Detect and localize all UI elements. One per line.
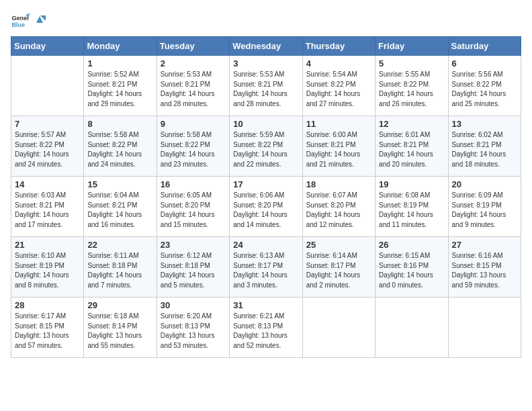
calendar-cell: 2Sunrise: 5:53 AM Sunset: 8:21 PM Daylig… bbox=[157, 56, 229, 116]
day-info: Sunrise: 6:13 AM Sunset: 8:17 PM Dayligh… bbox=[233, 251, 298, 290]
day-info: Sunrise: 5:54 AM Sunset: 8:22 PM Dayligh… bbox=[306, 70, 371, 109]
day-number: 8 bbox=[87, 119, 152, 129]
calendar-cell: 21Sunrise: 6:10 AM Sunset: 8:19 PM Dayli… bbox=[11, 237, 84, 298]
calendar-cell bbox=[448, 298, 521, 358]
day-number: 25 bbox=[306, 240, 371, 250]
calendar-cell bbox=[375, 298, 448, 358]
calendar-table: SundayMondayTuesdayWednesdayThursdayFrid… bbox=[11, 36, 521, 358]
calendar-cell: 17Sunrise: 6:06 AM Sunset: 8:20 PM Dayli… bbox=[230, 177, 302, 237]
week-row-5: 28Sunrise: 6:17 AM Sunset: 8:15 PM Dayli… bbox=[11, 298, 521, 358]
calendar-cell: 27Sunrise: 6:16 AM Sunset: 8:15 PM Dayli… bbox=[448, 237, 521, 298]
day-info: Sunrise: 6:10 AM Sunset: 8:19 PM Dayligh… bbox=[15, 251, 80, 290]
day-number: 27 bbox=[452, 240, 517, 250]
col-header-thursday: Thursday bbox=[302, 37, 375, 56]
calendar-cell: 16Sunrise: 6:05 AM Sunset: 8:20 PM Dayli… bbox=[157, 177, 229, 237]
calendar-cell bbox=[11, 56, 84, 116]
day-info: Sunrise: 5:53 AM Sunset: 8:21 PM Dayligh… bbox=[161, 70, 226, 109]
calendar-cell: 19Sunrise: 6:08 AM Sunset: 8:19 PM Dayli… bbox=[375, 177, 448, 237]
calendar-cell: 28Sunrise: 6:17 AM Sunset: 8:15 PM Dayli… bbox=[11, 298, 84, 358]
day-number: 26 bbox=[379, 240, 444, 250]
day-info: Sunrise: 5:55 AM Sunset: 8:22 PM Dayligh… bbox=[379, 70, 444, 109]
day-number: 17 bbox=[233, 179, 298, 189]
calendar-cell: 18Sunrise: 6:07 AM Sunset: 8:20 PM Dayli… bbox=[302, 177, 375, 237]
day-info: Sunrise: 6:07 AM Sunset: 8:20 PM Dayligh… bbox=[306, 191, 371, 230]
day-number: 12 bbox=[379, 119, 444, 129]
col-header-saturday: Saturday bbox=[448, 37, 521, 56]
day-info: Sunrise: 6:02 AM Sunset: 8:21 PM Dayligh… bbox=[452, 130, 517, 169]
calendar-cell: 15Sunrise: 6:04 AM Sunset: 8:21 PM Dayli… bbox=[84, 177, 157, 237]
week-row-1: 1Sunrise: 5:52 AM Sunset: 8:21 PM Daylig… bbox=[11, 56, 521, 116]
day-number: 19 bbox=[379, 179, 444, 189]
day-info: Sunrise: 6:01 AM Sunset: 8:21 PM Dayligh… bbox=[379, 130, 444, 169]
calendar-cell: 7Sunrise: 5:57 AM Sunset: 8:22 PM Daylig… bbox=[11, 116, 84, 177]
week-row-4: 21Sunrise: 6:10 AM Sunset: 8:19 PM Dayli… bbox=[11, 237, 521, 298]
day-number: 4 bbox=[306, 58, 371, 68]
day-number: 5 bbox=[379, 58, 444, 68]
day-info: Sunrise: 6:12 AM Sunset: 8:18 PM Dayligh… bbox=[161, 251, 226, 290]
day-info: Sunrise: 5:58 AM Sunset: 8:22 PM Dayligh… bbox=[87, 130, 152, 169]
day-info: Sunrise: 6:17 AM Sunset: 8:15 PM Dayligh… bbox=[15, 312, 80, 351]
calendar-cell: 6Sunrise: 5:56 AM Sunset: 8:22 PM Daylig… bbox=[448, 56, 521, 116]
col-header-monday: Monday bbox=[84, 37, 157, 56]
calendar-cell: 20Sunrise: 6:09 AM Sunset: 8:19 PM Dayli… bbox=[448, 177, 521, 237]
day-info: Sunrise: 6:14 AM Sunset: 8:17 PM Dayligh… bbox=[306, 251, 371, 290]
day-info: Sunrise: 5:53 AM Sunset: 8:21 PM Dayligh… bbox=[233, 70, 298, 109]
day-number: 2 bbox=[161, 58, 226, 68]
calendar-cell: 31Sunrise: 6:21 AM Sunset: 8:13 PM Dayli… bbox=[230, 298, 302, 358]
calendar-cell: 13Sunrise: 6:02 AM Sunset: 8:21 PM Dayli… bbox=[448, 116, 521, 177]
day-info: Sunrise: 6:18 AM Sunset: 8:14 PM Dayligh… bbox=[87, 312, 152, 351]
day-info: Sunrise: 5:56 AM Sunset: 8:22 PM Dayligh… bbox=[452, 70, 517, 109]
calendar-cell: 1Sunrise: 5:52 AM Sunset: 8:21 PM Daylig… bbox=[84, 56, 157, 116]
calendar-cell: 8Sunrise: 5:58 AM Sunset: 8:22 PM Daylig… bbox=[84, 116, 157, 177]
week-row-2: 7Sunrise: 5:57 AM Sunset: 8:22 PM Daylig… bbox=[11, 116, 521, 177]
calendar-cell: 29Sunrise: 6:18 AM Sunset: 8:14 PM Dayli… bbox=[84, 298, 157, 358]
header-row: SundayMondayTuesdayWednesdayThursdayFrid… bbox=[11, 37, 521, 56]
calendar-cell: 10Sunrise: 5:59 AM Sunset: 8:22 PM Dayli… bbox=[230, 116, 302, 177]
day-info: Sunrise: 6:21 AM Sunset: 8:13 PM Dayligh… bbox=[233, 312, 298, 351]
day-number: 22 bbox=[87, 240, 152, 250]
day-number: 21 bbox=[15, 240, 80, 250]
day-info: Sunrise: 6:15 AM Sunset: 8:16 PM Dayligh… bbox=[379, 251, 444, 290]
day-info: Sunrise: 6:09 AM Sunset: 8:19 PM Dayligh… bbox=[452, 191, 517, 230]
calendar-cell: 9Sunrise: 5:58 AM Sunset: 8:22 PM Daylig… bbox=[157, 116, 229, 177]
calendar-cell: 4Sunrise: 5:54 AM Sunset: 8:22 PM Daylig… bbox=[302, 56, 375, 116]
day-number: 10 bbox=[233, 119, 298, 129]
calendar-cell: 23Sunrise: 6:12 AM Sunset: 8:18 PM Dayli… bbox=[157, 237, 229, 298]
day-info: Sunrise: 6:05 AM Sunset: 8:20 PM Dayligh… bbox=[161, 191, 226, 230]
day-info: Sunrise: 6:06 AM Sunset: 8:20 PM Dayligh… bbox=[233, 191, 298, 230]
day-number: 28 bbox=[15, 300, 80, 310]
day-number: 30 bbox=[161, 300, 226, 310]
day-number: 13 bbox=[452, 119, 517, 129]
day-info: Sunrise: 6:00 AM Sunset: 8:21 PM Dayligh… bbox=[306, 130, 371, 169]
day-number: 23 bbox=[161, 240, 226, 250]
day-number: 1 bbox=[87, 58, 152, 68]
day-info: Sunrise: 5:52 AM Sunset: 8:21 PM Dayligh… bbox=[87, 70, 152, 109]
day-number: 15 bbox=[87, 179, 152, 189]
col-header-sunday: Sunday bbox=[11, 37, 84, 56]
day-info: Sunrise: 6:04 AM Sunset: 8:21 PM Dayligh… bbox=[87, 191, 152, 230]
col-header-tuesday: Tuesday bbox=[157, 37, 229, 56]
day-info: Sunrise: 5:57 AM Sunset: 8:22 PM Dayligh… bbox=[15, 130, 80, 169]
calendar-cell: 30Sunrise: 6:20 AM Sunset: 8:13 PM Dayli… bbox=[157, 298, 229, 358]
day-number: 3 bbox=[233, 58, 298, 68]
calendar-cell: 11Sunrise: 6:00 AM Sunset: 8:21 PM Dayli… bbox=[302, 116, 375, 177]
logo-triangle-icon bbox=[34, 13, 46, 26]
calendar-cell: 22Sunrise: 6:11 AM Sunset: 8:18 PM Dayli… bbox=[84, 237, 157, 298]
col-header-wednesday: Wednesday bbox=[230, 37, 302, 56]
calendar-cell: 24Sunrise: 6:13 AM Sunset: 8:17 PM Dayli… bbox=[230, 237, 302, 298]
day-number: 31 bbox=[233, 300, 298, 310]
day-number: 9 bbox=[161, 119, 226, 129]
day-info: Sunrise: 6:11 AM Sunset: 8:18 PM Dayligh… bbox=[87, 251, 152, 290]
day-info: Sunrise: 6:08 AM Sunset: 8:19 PM Dayligh… bbox=[379, 191, 444, 230]
calendar-cell: 3Sunrise: 5:53 AM Sunset: 8:21 PM Daylig… bbox=[230, 56, 302, 116]
calendar-cell: 5Sunrise: 5:55 AM Sunset: 8:22 PM Daylig… bbox=[375, 56, 448, 116]
day-number: 18 bbox=[306, 179, 371, 189]
col-header-friday: Friday bbox=[375, 37, 448, 56]
day-number: 24 bbox=[233, 240, 298, 250]
day-number: 16 bbox=[161, 179, 226, 189]
day-info: Sunrise: 5:58 AM Sunset: 8:22 PM Dayligh… bbox=[161, 130, 226, 169]
day-number: 7 bbox=[15, 119, 80, 129]
day-info: Sunrise: 6:20 AM Sunset: 8:13 PM Dayligh… bbox=[161, 312, 226, 351]
logo: General Blue bbox=[11, 11, 46, 30]
day-number: 11 bbox=[306, 119, 371, 129]
